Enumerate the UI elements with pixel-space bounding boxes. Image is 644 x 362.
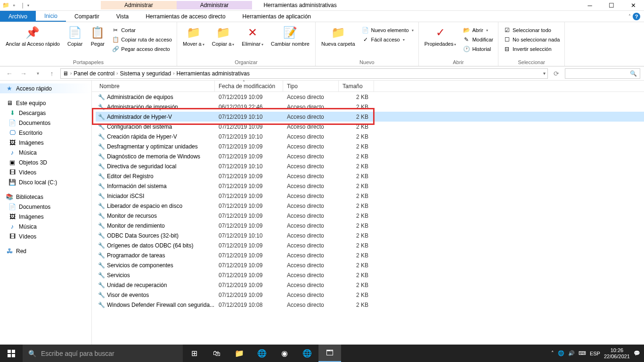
file-row[interactable]: 🔧Administración de equipos07/12/2019 10:… — [96, 92, 644, 102]
nav-lib-pictures[interactable]: 🖼Imágenes — [0, 212, 91, 222]
search-box[interactable]: 🔍 — [565, 68, 640, 79]
copy-button[interactable]: 📄 Copiar — [65, 24, 85, 48]
nav-pictures[interactable]: 🖼Imágenes — [0, 138, 91, 148]
nav-local-disk[interactable]: 💾Disco local (C:) — [0, 177, 91, 187]
nav-lib-documents[interactable]: 📄Documentos — [0, 202, 91, 212]
file-row[interactable]: 🔧Orígenes de datos ODBC (64 bits)07/12/2… — [96, 240, 644, 250]
taskbar-search[interactable]: 🔍 Escribe aquí para buscar — [23, 345, 183, 362]
manage-tab-1[interactable]: Administrar — [101, 1, 177, 9]
new-folder-button[interactable]: 📁 Nueva carpeta — [318, 24, 358, 48]
close-button[interactable]: ✕ — [622, 0, 644, 11]
maximize-button[interactable]: ☐ — [601, 0, 622, 11]
file-row[interactable]: 🔧Creación rápida de Hyper-V07/12/2019 10… — [96, 132, 644, 141]
minimize-button[interactable]: ─ — [579, 0, 601, 11]
col-type[interactable]: Tipo — [283, 81, 339, 91]
file-row[interactable]: 🔧Unidad de recuperación07/12/2019 10:09A… — [96, 280, 644, 290]
file-row[interactable]: 🔧Administrador de Hyper-V07/12/2019 10:1… — [96, 112, 644, 122]
col-size[interactable]: Tamaño — [339, 81, 374, 91]
shortcut-tools-tab[interactable]: Herramientas de acceso directo — [137, 11, 234, 22]
invert-sel-button[interactable]: ⊟Invertir selección — [501, 45, 562, 53]
file-row[interactable]: 🔧Monitor de rendimiento07/12/2019 10:09A… — [96, 221, 644, 230]
nav-desktop[interactable]: 🖵Escritorio — [0, 128, 91, 138]
paste-button[interactable]: 📋 Pegar — [87, 24, 108, 48]
edge-icon[interactable]: 🌐 — [251, 345, 273, 362]
file-row[interactable]: 🔧Servicios de componentes07/12/2019 10:0… — [96, 260, 644, 270]
file-row[interactable]: 🔧ODBC Data Sources (32-bit)07/12/2019 10… — [96, 230, 644, 240]
view-tab[interactable]: Vista — [108, 11, 137, 22]
forward-button[interactable]: → — [18, 68, 29, 79]
nav-this-pc[interactable]: 🖥Este equipo — [0, 98, 91, 108]
move-to-button[interactable]: 📁 Mover a▾ — [180, 24, 207, 49]
delete-button[interactable]: ✕ Eliminar▾ — [239, 24, 266, 49]
file-row[interactable]: 🔧Monitor de recursos07/12/2019 10:09Acce… — [96, 211, 644, 221]
history-button[interactable]: 🕐Historial — [461, 45, 495, 53]
file-row[interactable]: 🔧Servicios07/12/2019 10:09Acceso directo… — [96, 270, 644, 280]
easy-access-button[interactable]: ✓Fácil acceso▾ — [360, 35, 416, 44]
clock[interactable]: 10:26 22/06/2021 — [604, 347, 630, 360]
paste-shortcut-button[interactable]: 🔗Pegar acceso directo — [110, 45, 174, 53]
file-row[interactable]: 🔧Desfragmentar y optimizar unidades07/12… — [96, 141, 644, 151]
nav-lib-music[interactable]: ♪Música — [0, 222, 91, 231]
new-item-button[interactable]: 📄Nuevo elemento▾ — [360, 26, 416, 34]
file-row[interactable]: 🔧Diagnóstico de memoria de Windows07/12/… — [96, 151, 644, 161]
file-row[interactable]: 🔧Configuración del sistema07/12/2019 10:… — [96, 122, 644, 132]
file-row[interactable]: 🔧Programador de tareas07/12/2019 10:09Ac… — [96, 250, 644, 260]
address-box[interactable]: 🖥 › Panel de control › Sistema y segurid… — [60, 68, 548, 79]
cut-button[interactable]: ✂Cortar — [110, 26, 174, 34]
network-icon[interactable]: 🌐 — [558, 350, 564, 356]
nav-documents[interactable]: 📄Documentos — [0, 118, 91, 128]
pipe-icon[interactable]: | — [19, 1, 26, 9]
crumb-system-security[interactable]: Sistema y seguridad — [120, 70, 171, 77]
nav-music[interactable]: ♪Música — [0, 148, 91, 157]
explorer-icon[interactable]: 📁 — [228, 345, 251, 362]
chrome-icon[interactable]: ◉ — [273, 345, 296, 362]
select-none-button[interactable]: ☐No seleccionar nada — [501, 35, 562, 44]
crumb-admin-tools[interactable]: Herramientas administrativas — [177, 70, 250, 77]
folder-icon[interactable]: 📁 — [2, 1, 9, 9]
copy-path-button[interactable]: 📋Copiar ruta de acceso — [110, 35, 174, 44]
chevron-up-icon[interactable]: ˄ — [628, 14, 631, 19]
qat-dropdown-icon[interactable]: ▾ — [27, 3, 29, 8]
store-icon[interactable]: 🛍 — [205, 345, 228, 362]
help-icon[interactable]: ? — [633, 13, 640, 20]
keyboard-icon[interactable]: ⌨ — [579, 350, 586, 356]
file-row[interactable]: 🔧Liberador de espacio en disco07/12/2019… — [96, 201, 644, 211]
up-button[interactable]: ↑ — [46, 68, 57, 79]
properties-button[interactable]: ✓ Propiedades▾ — [422, 24, 459, 49]
manage-tab-2[interactable]: Administrar — [177, 1, 253, 9]
nav-downloads[interactable]: ⬇Descargas — [0, 108, 91, 118]
file-row[interactable]: 🔧Visor de eventos07/12/2019 10:09Acceso … — [96, 290, 644, 300]
file-row[interactable]: 🔧Información del sistema07/12/2019 10:09… — [96, 181, 644, 191]
copy-to-button[interactable]: 📁 Copiar a▾ — [209, 24, 237, 49]
nav-3d-objects[interactable]: ▣Objetos 3D — [0, 157, 91, 167]
edit-button[interactable]: ✎Modificar — [461, 35, 495, 44]
task-view-button[interactable]: ⊞ — [183, 345, 205, 362]
start-button[interactable] — [0, 345, 23, 362]
rename-button[interactable]: 📝 Cambiar nombre — [268, 24, 312, 48]
notifications-icon[interactable]: 💬 — [634, 350, 640, 356]
doc-icon[interactable]: ▫ — [10, 1, 18, 9]
file-row[interactable]: 🔧Windows Defender Firewall con segurida.… — [96, 300, 644, 310]
back-button[interactable]: ← — [4, 68, 15, 79]
file-row[interactable]: 🔧Iniciador iSCSI07/12/2019 10:09Acceso d… — [96, 191, 644, 201]
nav-lib-videos[interactable]: 🎞Vídeos — [0, 231, 91, 241]
file-row[interactable]: 🔧Directiva de seguridad local07/12/2019 … — [96, 161, 644, 171]
app-tools-tab[interactable]: Herramientas de aplicación — [234, 11, 319, 22]
file-row[interactable]: 🔧Editor del Registro07/12/2019 10:09Acce… — [96, 171, 644, 181]
col-name[interactable]: Nombre — [96, 81, 215, 91]
pin-button[interactable]: 📌 Anclar al Acceso rápido — [3, 24, 63, 48]
file-tab[interactable]: Archivo — [0, 11, 36, 22]
nav-libraries[interactable]: 📚Bibliotecas — [0, 192, 91, 202]
select-all-button[interactable]: ☑Seleccionar todo — [501, 26, 562, 34]
share-tab[interactable]: Compartir — [66, 11, 108, 22]
volume-icon[interactable]: 🔊 — [568, 350, 575, 356]
nav-quick-access[interactable]: ★Acceso rápido — [0, 83, 91, 93]
open-button[interactable]: 📂Abrir▾ — [461, 26, 495, 34]
lang-indicator[interactable]: ESP — [590, 351, 600, 356]
recent-dropdown[interactable]: ▾ — [32, 68, 43, 79]
edge-canary-icon[interactable]: 🌐 — [296, 345, 318, 362]
home-tab[interactable]: Inicio — [36, 11, 66, 22]
crumb-control-panel[interactable]: Panel de control — [73, 70, 114, 77]
app-icon[interactable]: 🗔 — [318, 345, 341, 362]
tray-chevron-up-icon[interactable]: ˄ — [551, 350, 554, 356]
